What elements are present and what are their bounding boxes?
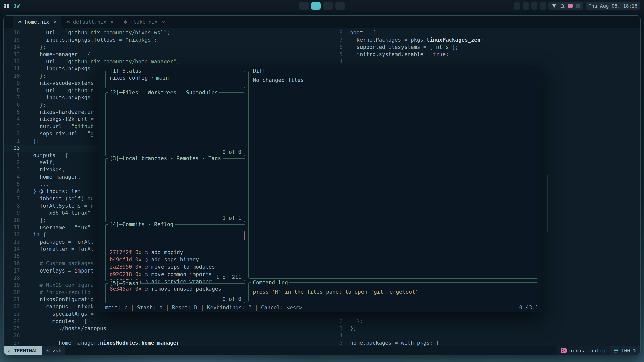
tab-close-icon[interactable]: × xyxy=(53,19,56,25)
terminal-editor-window: home.nix × default.nix × flake.nix × × xyxy=(3,15,641,355)
tray-icon[interactable] xyxy=(576,4,580,8)
line-number: 16 xyxy=(4,260,20,267)
code-text: packages = forAll xyxy=(20,238,94,246)
line-number: 15 xyxy=(4,36,20,44)
code-text: ./hosts/canopus xyxy=(20,325,106,332)
code-text: boot = { xyxy=(343,29,376,36)
line-number: 10 xyxy=(4,217,20,224)
commits-scrollbar-thumb[interactable] xyxy=(244,231,245,240)
clock[interactable]: Thu Aug 08, 18:16 xyxy=(586,2,640,10)
keybindings-hint: mmit: c | Stash: s | Reset: D | Keybindi… xyxy=(105,305,302,311)
code-text: inputs.nixpkgs.follows = "nixpkgs"; xyxy=(20,36,157,44)
code-text: ]; xyxy=(20,217,46,224)
commit-graph-node: ○ xyxy=(145,256,148,263)
workspace-button[interactable] xyxy=(323,2,333,10)
code-text: url = "github:n xyxy=(20,87,94,94)
commit-row[interactable]: 2a23950 0x ○ move sops to modules xyxy=(110,263,245,271)
bell-icon[interactable] xyxy=(560,3,565,8)
line-number: 7 xyxy=(4,195,20,202)
git-branch-icon xyxy=(561,348,567,353)
editor-tab[interactable]: flake.nix × xyxy=(118,16,170,28)
code-line: 25 ./hosts/canopus xyxy=(4,325,333,332)
line-number: 3 xyxy=(4,123,20,130)
nix-file-icon xyxy=(66,19,71,24)
code-text: }; xyxy=(20,43,46,51)
branch-row[interactable] xyxy=(110,183,245,190)
line-number: 18 xyxy=(4,274,20,282)
line-number: 7 xyxy=(4,94,20,101)
command-log-text: press 'M' in the files panel to open 'gi… xyxy=(249,283,538,295)
commit-author: 0x xyxy=(135,271,142,278)
scroll-segment: 100 % xyxy=(610,346,640,355)
commit-message: move sops to modules xyxy=(151,263,215,271)
lazygit-commits-panel[interactable]: [4]─Commits - Reflog 2717f2f 0x ○ add mo… xyxy=(105,224,245,281)
code-text: forAllSystems = n xyxy=(20,202,94,210)
status-chip[interactable] xyxy=(523,2,529,10)
shell-tab[interactable]: zsh xyxy=(42,346,65,355)
wifi-icon[interactable] xyxy=(551,3,557,9)
statusline: TERMINAL zsh nixos-config 100 % xyxy=(4,346,640,355)
tab-close-icon[interactable]: × xyxy=(110,19,114,25)
lazygit-command-log-panel[interactable]: Command log press 'M' in the files panel… xyxy=(248,282,538,302)
commit-row[interactable]: b49ef1d 0x ○ add sops binary xyxy=(110,256,245,263)
line-number: 4 xyxy=(4,116,20,123)
commit-row[interactable]: 2717f2f 0x ○ add mopidy xyxy=(110,249,245,256)
tab-label: home.nix xyxy=(25,19,49,25)
arrow-icon: → xyxy=(148,75,156,81)
editor-tab[interactable]: default.nix × xyxy=(61,16,118,28)
line-number: 3 xyxy=(4,166,20,173)
editor-tab[interactable]: home.nix × xyxy=(13,16,61,28)
commit-hash: 2717f2f xyxy=(110,249,132,256)
code-text: outputs = { xyxy=(20,152,68,159)
code-line: 15 inputs.nixpkgs.follows = "nixpkgs"; xyxy=(4,36,333,44)
line-number: 20 xyxy=(4,289,20,296)
line-number: 11 xyxy=(4,224,20,231)
lazygit-branches-panel[interactable]: [3]─Local branches - Remotes - Tags 1 of… xyxy=(105,158,245,222)
line-number: 2 xyxy=(4,159,20,166)
line-number: 4 xyxy=(4,173,20,181)
panel-count: 0 of 0 xyxy=(221,149,243,155)
commit-message: add sops binary xyxy=(151,256,199,263)
workspace-button[interactable] xyxy=(311,2,321,10)
code-text: }; xyxy=(343,325,356,332)
status-chip[interactable] xyxy=(540,2,546,10)
line-number: 10 xyxy=(4,72,20,80)
code-line: 26 xyxy=(4,332,333,339)
lazygit-stash-panel[interactable]: [5]─Stash 0 of 0 xyxy=(105,283,245,303)
code-text xyxy=(343,58,350,65)
logo-badge[interactable]: JW xyxy=(14,3,20,9)
line-number: 4 xyxy=(333,58,343,65)
workspace-switcher xyxy=(299,2,345,10)
commit-author: 0x xyxy=(135,256,142,263)
apps-grid-icon[interactable] xyxy=(4,3,10,9)
lazygit-diff-panel[interactable]: Diff No changed files xyxy=(248,71,538,279)
commit-author: 0x xyxy=(135,249,142,256)
lazygit-window[interactable]: [1]─Status nixos-config→main [2]─Files -… xyxy=(98,66,541,312)
tab-close-icon[interactable]: × xyxy=(162,19,165,25)
commit-message: add mopidy xyxy=(151,249,183,256)
theme-icon[interactable] xyxy=(568,4,573,8)
tab-label: default.nix xyxy=(73,19,106,25)
lazygit-files-panel[interactable]: [2]─Files - Worktrees - Submodules 0 of … xyxy=(105,92,245,156)
workspace-button[interactable] xyxy=(335,2,345,10)
status-chip[interactable] xyxy=(531,2,537,10)
code-text: inherit (self) ou xyxy=(20,195,94,202)
git-repo-segment[interactable]: nixos-config xyxy=(557,346,610,355)
line-number: 12 xyxy=(4,231,20,238)
line-number: 2 xyxy=(333,318,343,325)
panel-title: [3]─Local branches - Remotes - Tags xyxy=(108,155,223,162)
scrollbar-thumb[interactable] xyxy=(547,175,548,232)
code-text: self, xyxy=(20,159,56,166)
tab-label: flake.nix xyxy=(130,19,157,25)
commit-hash: d920218 xyxy=(110,271,132,278)
line-number: 14 xyxy=(4,246,20,253)
line-number: 6 xyxy=(333,43,343,51)
repo-name: nixos-config xyxy=(110,75,148,81)
workspace-button[interactable] xyxy=(299,2,309,10)
status-chip[interactable] xyxy=(514,2,520,10)
code-text: username = "tux"; xyxy=(20,224,94,231)
lazygit-status-panel[interactable]: [1]─Status nixos-config→main xyxy=(105,71,245,88)
panel-count: 1 of 1 xyxy=(221,215,243,221)
panel-title: [5]─Stash xyxy=(108,280,140,287)
mode-indicator: TERMINAL xyxy=(4,346,42,355)
